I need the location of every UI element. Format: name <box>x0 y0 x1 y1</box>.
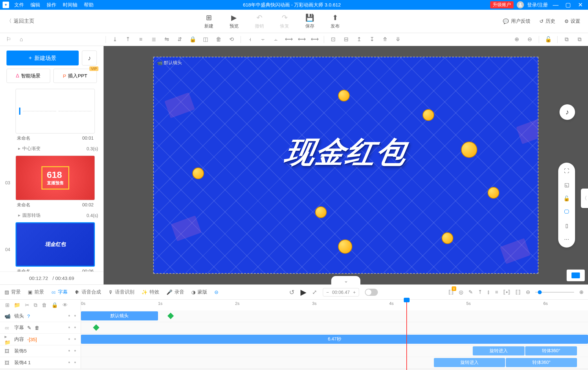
preview-button[interactable]: ▶预览 <box>230 14 239 29</box>
edit-icon[interactable]: ✎ <box>27 325 31 331</box>
undo-button[interactable]: ↶撤销 <box>255 14 264 29</box>
view-mode-badge[interactable] <box>567 270 585 281</box>
maximize-button[interactable]: ▢ <box>563 1 572 8</box>
track-body[interactable]: 6.47秒 <box>81 334 588 345</box>
tab-extra[interactable]: ⊝ <box>214 289 219 295</box>
scene-item-selected[interactable]: 04 现金红包 未命名00:06 <box>16 222 95 272</box>
paste-icon[interactable]: ⧉ <box>574 34 585 45</box>
home-icon[interactable]: ⌂ <box>16 34 27 45</box>
scene-list[interactable]: 未命名00:01 ▸中心渐变0.3(s) 03 618直播预售 未命名00:02… <box>0 87 103 272</box>
fit-icon[interactable]: ◱ <box>563 181 571 189</box>
new-button[interactable]: ⊞新建 <box>204 14 213 29</box>
login-link[interactable]: 登录/注册 <box>527 2 548 8</box>
align-center-icon[interactable]: ≣ <box>149 34 159 45</box>
minus-icon[interactable]: − <box>326 290 329 295</box>
tab-fx[interactable]: ✨特效 <box>141 289 159 295</box>
menu-action[interactable]: 操作 <box>47 2 56 8</box>
tl-lock-icon[interactable]: 🔒 <box>51 302 58 308</box>
tab-tts[interactable]: 🗣语音合成 <box>75 289 101 295</box>
lock-icon[interactable]: 🔒 <box>187 34 198 45</box>
float-music-button[interactable]: ♪ <box>560 104 575 120</box>
scene-item[interactable]: 03 618直播预售 未命名00:02 <box>16 156 95 210</box>
tl-folder-icon[interactable]: 📁 <box>14 302 20 308</box>
anim-clip[interactable]: 旋转进入 <box>434 358 505 367</box>
tab-background[interactable]: ▨背景 <box>5 289 21 295</box>
unlock-view-icon[interactable]: 🔓 <box>563 194 571 202</box>
anim-clip[interactable]: 转体360° <box>525 346 577 355</box>
upgrade-button[interactable]: 升级账户 <box>490 1 514 8</box>
redo-button[interactable]: ↷恢复 <box>280 14 289 29</box>
distribute-even-icon[interactable]: ⟷ <box>310 34 320 45</box>
fullscreen-icon[interactable]: ⛶ <box>563 167 571 175</box>
zoom-in-icon[interactable]: ⊕ <box>512 34 522 45</box>
tl-cut-icon[interactable]: ✂ <box>25 302 29 308</box>
layer-down-icon[interactable]: ↧ <box>367 34 377 45</box>
playhead[interactable] <box>406 300 407 370</box>
trash-icon[interactable]: 🗑 <box>213 34 224 45</box>
layer-up-icon[interactable]: ↥ <box>354 34 364 45</box>
out-icon[interactable]: ⟦⟧ <box>515 289 521 295</box>
transition-row[interactable]: ▸圆形转场0.4(s) <box>0 211 101 220</box>
more-icon[interactable]: ⋯ <box>563 235 571 243</box>
anim-clip[interactable]: 旋转进入 <box>473 346 525 355</box>
zoom-slider[interactable] <box>535 292 574 293</box>
align-bottom-icon[interactable]: ⤓ <box>110 34 120 45</box>
track-body[interactable]: 旋转进入 转体360° <box>81 357 588 368</box>
anim-clip[interactable]: 转体360° <box>506 358 577 367</box>
tl-add-icon[interactable]: ⊞ <box>5 302 9 308</box>
align-left-icon[interactable]: ⫞ <box>245 34 255 45</box>
insert-ppt-button[interactable]: P 插入PPT VIP <box>53 69 97 83</box>
mobile-icon[interactable]: ▯ <box>563 222 571 229</box>
tab-mask[interactable]: ◑蒙版 <box>191 289 207 295</box>
tl-trash-icon[interactable]: 🗑 <box>42 302 47 308</box>
camera-clip[interactable]: 默认镜头 <box>81 311 158 320</box>
align-top-icon[interactable]: ⤒ <box>123 34 133 45</box>
help-icon[interactable]: ? <box>27 313 30 319</box>
track-body[interactable]: 默认镜头 <box>81 310 588 322</box>
new-scene-button[interactable]: + 新建场景 <box>6 51 79 65</box>
flip-v-icon[interactable]: ⇵ <box>175 34 185 45</box>
content-clip[interactable]: 6.47秒 <box>81 335 588 344</box>
canvas-frame[interactable]: 📹默认镜头 现金红包 <box>153 57 538 274</box>
align-hcenter-icon[interactable]: ⫟ <box>258 34 268 45</box>
snapshot-icon[interactable]: ◎ <box>459 289 463 295</box>
zoom-in-tl-icon[interactable]: ⊕ <box>579 289 583 295</box>
copy-icon[interactable]: ⧉ <box>561 34 572 45</box>
save-button[interactable]: 💾保存 <box>305 14 314 29</box>
pin-icon[interactable]: ⤒ <box>478 289 482 295</box>
align-middle-icon[interactable]: ≡ <box>136 34 146 45</box>
rotate-icon[interactable]: ⟲ <box>226 34 237 45</box>
zoom-out-tl-icon[interactable]: ⊖ <box>526 289 530 295</box>
trash-icon[interactable]: 🗑 <box>35 325 40 330</box>
align-right-icon[interactable]: ⫠ <box>271 34 281 45</box>
keyframe[interactable] <box>93 324 99 331</box>
close-button[interactable]: ✕ <box>576 1 585 8</box>
menu-help[interactable]: 帮助 <box>84 2 94 8</box>
play-button[interactable]: ▶ <box>300 288 306 297</box>
edge-expand-button[interactable]: 〈 <box>581 189 588 208</box>
plus-icon[interactable]: + <box>353 290 356 295</box>
zoom-out-icon[interactable]: ⊖ <box>525 34 535 45</box>
crop-icon[interactable]: ◫ <box>200 34 211 45</box>
ungroup-icon[interactable]: ⊟ <box>341 34 351 45</box>
rewind-icon[interactable]: ↺ <box>289 288 295 296</box>
settings-button[interactable]: ⚙设置 <box>564 18 580 24</box>
tab-asr[interactable]: 🎙语音识别 <box>108 289 134 295</box>
flag-icon[interactable]: ⚐ <box>3 34 14 45</box>
canvas-main-text[interactable]: 现金红包 <box>281 132 410 172</box>
menu-file[interactable]: 文件 <box>14 2 24 8</box>
in-icon[interactable]: ⟦•⟧ <box>503 289 510 295</box>
feedback-button[interactable]: 💬用户反馈 <box>503 18 530 24</box>
tab-foreground[interactable]: ▣前景 <box>28 289 44 295</box>
tab-record[interactable]: 🎤录音 <box>166 289 184 295</box>
marker-icon[interactable]: ⟦⟧V <box>448 289 454 295</box>
flip-h-icon[interactable]: ⇋ <box>162 34 172 45</box>
filter-icon[interactable]: ⫿ <box>487 289 490 295</box>
track-body[interactable]: 旋转进入 转体360° <box>81 345 588 357</box>
desktop-icon[interactable]: 🖵 <box>563 208 571 216</box>
tl-eye-icon[interactable]: 👁 <box>62 302 68 308</box>
canvas-area[interactable]: 📹默认镜头 现金红包 ⌄ ♪ ⛶ ◱ 🔓 🖵 ▯ ⋯ 〈 <box>104 46 588 284</box>
scene-item[interactable]: 未命名00:01 <box>16 89 95 143</box>
toggle-switch[interactable] <box>365 289 378 296</box>
transition-row[interactable]: ▸中心渐变0.3(s) <box>0 144 101 154</box>
